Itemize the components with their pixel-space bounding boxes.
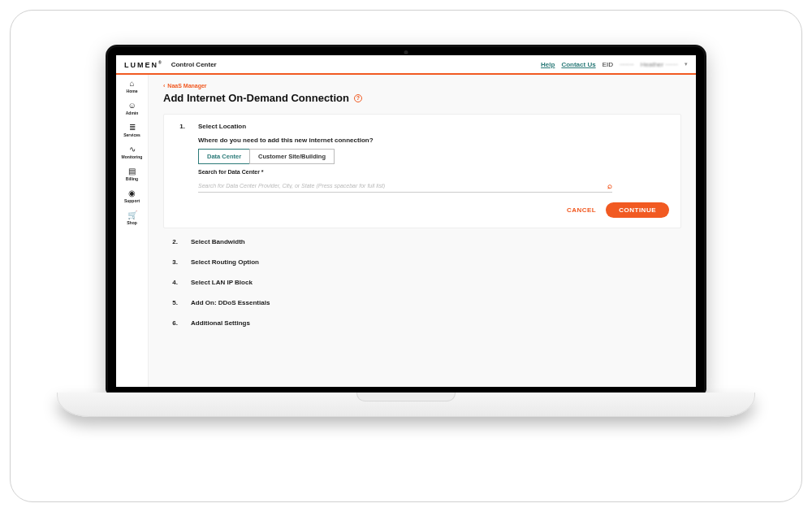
eid-label: EID [603, 61, 613, 68]
sidebar-item-monitoring-icon: ∿ [129, 145, 136, 154]
step-list: 1. Select Location Where do you need to … [163, 114, 681, 330]
sidebar-item-home-icon: ⌂ [129, 80, 134, 88]
eid-value: ········ [620, 61, 634, 68]
search-label: Search for Data Center * [198, 169, 669, 175]
app-name: Control Center [171, 61, 217, 68]
search-icon[interactable]: ⌕ [607, 181, 612, 190]
sidebar-item-admin-label: Admin [126, 111, 139, 115]
step-label: Select Routing Option [191, 258, 259, 266]
top-bar: LUMEN® Control Center Help Contact Us EI… [116, 55, 696, 75]
step-row-2[interactable]: 2. Select Bandwidth [163, 235, 681, 249]
location-question: Where do you need to add this new intern… [198, 137, 669, 144]
step-number: 4. [168, 279, 178, 286]
step-1-actions: CANCEL CONTINUE [198, 202, 669, 218]
brand-logo: LUMEN® [124, 60, 163, 69]
cancel-button[interactable]: CANCEL [567, 202, 596, 218]
step-label: Additional Settings [191, 319, 250, 327]
sidebar-item-monitoring-label: Monitoring [122, 154, 143, 159]
step-1-card: 1. Select Location Where do you need to … [163, 114, 681, 228]
sidebar: ⌂Home☺Admin≣Services∿Monitoring▤Billing◉… [116, 75, 149, 387]
step-row-3[interactable]: 3. Select Routing Option [163, 255, 681, 269]
tab-data-center[interactable]: Data Center [198, 149, 249, 164]
location-type-tabs: Data Center Customer Site/Building [198, 149, 669, 164]
sidebar-item-support-icon: ◉ [128, 189, 136, 197]
sidebar-item-billing-icon: ▤ [128, 167, 136, 176]
sidebar-item-services-label: Services [123, 132, 140, 137]
content-area: ‹ NaaS Manager Add Internet On-Demand Co… [149, 75, 696, 387]
step-label: Select LAN IP Block [191, 279, 253, 286]
step-number: 3. [168, 258, 178, 266]
chevron-down-icon[interactable]: ▾ [685, 61, 688, 67]
step-number: 2. [168, 238, 178, 245]
continue-button[interactable]: CONTINUE [606, 202, 669, 218]
sidebar-item-shop-icon: 🛒 [127, 211, 137, 219]
help-link[interactable]: Help [541, 61, 555, 68]
tab-customer-site[interactable]: Customer Site/Building [249, 149, 335, 164]
brand-text: LUMEN [124, 61, 158, 69]
breadcrumb[interactable]: ‹ NaaS Manager [163, 83, 681, 89]
sidebar-item-monitoring[interactable]: ∿Monitoring [116, 144, 148, 161]
step-row-6[interactable]: 6. Additional Settings [163, 316, 681, 330]
page-title-text: Add Internet On-Demand Connection [163, 92, 349, 104]
step-number: 1. [175, 123, 185, 130]
step-row-4[interactable]: 4. Select LAN IP Block [163, 276, 681, 289]
sidebar-item-services[interactable]: ≣Services [116, 122, 148, 139]
laptop-lid: LUMEN® Control Center Help Contact Us EI… [106, 45, 706, 394]
step-label: Select Bandwidth [191, 238, 245, 245]
sidebar-item-billing[interactable]: ▤Billing [116, 166, 148, 183]
top-bar-right: Help Contact Us EID ········ Heather ···… [541, 61, 688, 68]
sidebar-item-support-label: Support [124, 198, 140, 203]
app-screen: LUMEN® Control Center Help Contact Us EI… [116, 55, 696, 387]
device-mockup-frame: LUMEN® Control Center Help Contact Us EI… [10, 10, 802, 502]
contact-link[interactable]: Contact Us [561, 61, 595, 68]
main-layout: ⌂Home☺Admin≣Services∿Monitoring▤Billing◉… [116, 75, 696, 387]
username[interactable]: Heather ······· [641, 61, 678, 68]
sidebar-item-support[interactable]: ◉Support [116, 188, 148, 205]
laptop-mockup: LUMEN® Control Center Help Contact Us EI… [73, 45, 739, 467]
data-center-search: ⌕ [198, 180, 612, 193]
sidebar-item-home-label: Home [127, 89, 138, 93]
page-title: Add Internet On-Demand Connection ? [163, 92, 681, 104]
step-row-5[interactable]: 5. Add On: DDoS Essentials [163, 296, 681, 310]
help-icon[interactable]: ? [354, 94, 362, 102]
sidebar-item-services-icon: ≣ [129, 124, 136, 132]
data-center-search-input[interactable] [198, 183, 603, 189]
laptop-base [57, 393, 755, 417]
sidebar-item-billing-label: Billing [126, 176, 138, 181]
step-label: Add On: DDoS Essentials [191, 299, 270, 306]
sidebar-item-admin-icon: ☺ [127, 102, 136, 110]
step-number: 6. [168, 319, 178, 327]
step-label: Select Location [198, 123, 246, 130]
chevron-left-icon: ‹ [163, 83, 165, 89]
sidebar-item-admin[interactable]: ☺Admin [116, 100, 148, 117]
step-1-body: Where do you need to add this new intern… [175, 137, 669, 218]
sidebar-item-home[interactable]: ⌂Home [116, 78, 148, 95]
breadcrumb-label: NaaS Manager [167, 83, 206, 89]
sidebar-item-shop[interactable]: 🛒Shop [116, 210, 148, 227]
sidebar-item-shop-label: Shop [127, 220, 137, 225]
step-number: 5. [168, 299, 178, 306]
